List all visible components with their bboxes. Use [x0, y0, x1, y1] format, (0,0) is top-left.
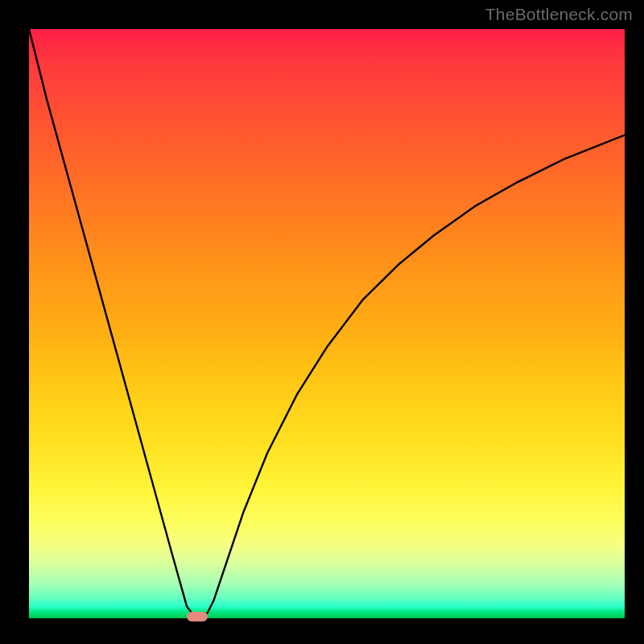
- watermark-text: TheBottleneck.com: [485, 5, 633, 24]
- chart-frame: TheBottleneck.com: [0, 0, 644, 644]
- minimum-marker: [187, 612, 208, 621]
- plot-area: [29, 29, 625, 618]
- bottleneck-curve: [29, 29, 625, 618]
